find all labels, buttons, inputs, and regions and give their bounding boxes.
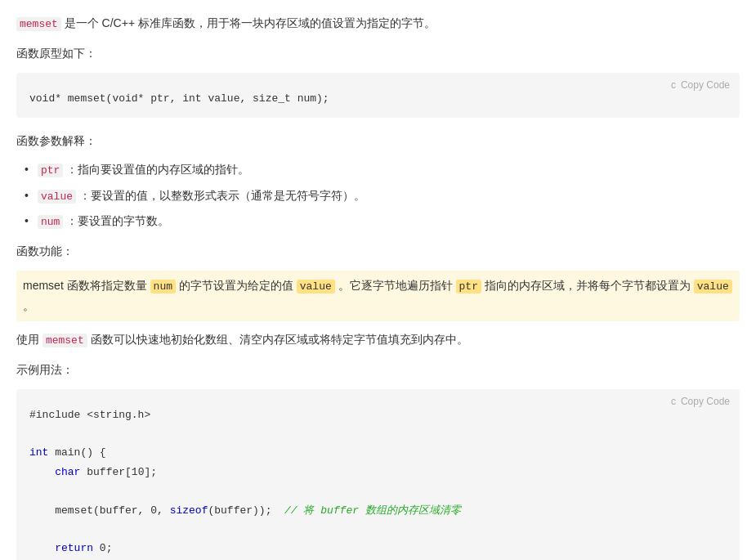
param-num-code: num [38, 215, 63, 229]
example-line1: #include <string.h> [29, 409, 150, 421]
param-ptr: ptr ：指向要设置值的内存区域的指针。 [25, 159, 740, 180]
param-ptr-code: ptr [38, 164, 63, 177]
function-section: 函数功能： memset 函数将指定数量 num 的字节设置为给定的值 valu… [16, 241, 740, 350]
function-desc2-code: memset [42, 334, 87, 347]
intro-text: memset 是一个 C/C++ 标准库函数，用于将一块内存区域的值设置为指定的… [16, 13, 740, 34]
main-content: memset 是一个 C/C++ 标准库函数，用于将一块内存区域的值设置为指定的… [0, 0, 756, 560]
param-num-desc: ：要设置的字节数。 [66, 214, 169, 227]
intro-memset-code: memset [16, 17, 61, 31]
param-value: value ：要设置的值，以整数形式表示（通常是无符号字符）。 [25, 186, 740, 206]
param-value-code: value [38, 190, 76, 204]
function-desc1-suffix1: 。它逐字节地遍历指针 [338, 279, 456, 292]
prototype-code-header: c Copy Code [671, 79, 730, 91]
prototype-copy-code[interactable]: Copy Code [681, 79, 730, 91]
param-value-desc: ：要设置的值，以整数形式表示（通常是无符号字符）。 [79, 189, 365, 202]
function-desc1-prefix: memset 函数将指定数量 [23, 279, 150, 292]
example-code-content: #include <string.h> int main() { char bu… [29, 399, 727, 560]
params-list: ptr ：指向要设置值的内存区域的指针。 value ：要设置的值，以整数形式表… [25, 159, 740, 231]
function-desc1-mid: 的字节设置为给定的值 [179, 279, 297, 292]
param-num: num ：要设置的字节数。 [25, 211, 740, 231]
function-title: 函数功能： [16, 241, 740, 262]
intro-desc: 是一个 C/C++ 标准库函数，用于将一块内存区域的值设置为指定的字节。 [65, 16, 436, 29]
function-desc2-prefix: 使用 [16, 333, 42, 346]
prototype-lang-label: c [671, 79, 676, 91]
intro-section: memset 是一个 C/C++ 标准库函数，用于将一块内存区域的值设置为指定的… [16, 13, 740, 34]
prototype-title: 函数原型如下： [16, 43, 740, 64]
function-desc2-suffix: 函数可以快速地初始化数组、清空内存区域或将特定字节值填充到内存中。 [91, 333, 468, 346]
function-desc1-period: 。 [23, 299, 34, 312]
function-desc1-suffix2: 指向的内存区域，并将每个字节都设置为 [485, 279, 694, 292]
function-desc1-value: value [297, 280, 335, 293]
function-desc1-value2: value [694, 280, 732, 293]
prototype-code-content: void* memset(void* ptr, int value, size_… [29, 83, 727, 108]
example-copy-code[interactable]: Copy Code [681, 396, 730, 407]
example-section: 示例用法： c Copy Code #include <string.h> in… [16, 360, 740, 560]
example-title: 示例用法： [16, 360, 740, 380]
params-title: 函数参数解释： [16, 131, 740, 151]
prototype-code-block: c Copy Code void* memset(void* ptr, int … [16, 73, 740, 118]
example-lang-label: c [671, 396, 676, 407]
function-desc1-num: num [150, 280, 176, 293]
function-desc1: memset 函数将指定数量 num 的字节设置为给定的值 value 。它逐字… [16, 271, 740, 322]
example-code-header: c Copy Code [671, 396, 730, 407]
params-section: 函数参数解释： ptr ：指向要设置值的内存区域的指针。 value ：要设置的… [16, 131, 740, 231]
function-desc2: 使用 memset 函数可以快速地初始化数组、清空内存区域或将特定字节值填充到内… [16, 329, 740, 350]
function-desc1-ptr: ptr [456, 280, 481, 293]
example-code-block: c Copy Code #include <string.h> int main… [16, 389, 740, 560]
prototype-section: 函数原型如下： c Copy Code void* memset(void* p… [16, 43, 740, 118]
example-line3: int main() { char buffer[10]; memset(buf… [29, 446, 461, 560]
param-ptr-desc: ：指向要设置值的内存区域的指针。 [66, 163, 249, 176]
